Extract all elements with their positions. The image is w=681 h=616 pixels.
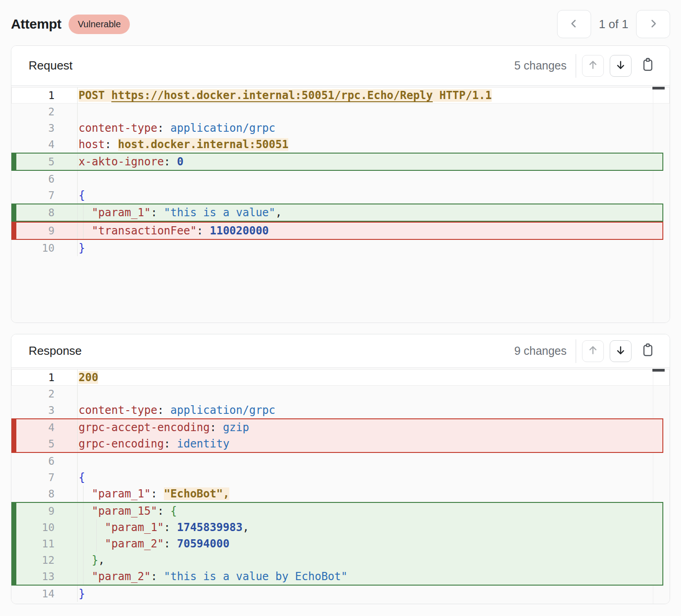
- line-content: POST https://host.docker.internal:50051/…: [77, 87, 670, 104]
- line-content: "param_1": "this is a value",: [77, 204, 662, 221]
- code-line-12: 12 },: [12, 552, 662, 568]
- code-line-4: 4host: host.docker.internal:50051: [11, 136, 670, 153]
- code-line-14: 14}: [11, 586, 670, 602]
- copy-request-button[interactable]: [639, 55, 657, 77]
- pager-label: 1 of 1: [599, 17, 628, 31]
- indent-guide: [96, 536, 97, 552]
- code-line-2: 2: [11, 386, 670, 402]
- response-title: Response: [29, 344, 82, 358]
- line-content: content-type: application/grpc: [77, 120, 670, 136]
- line-number: 1: [11, 87, 77, 104]
- code-line-3: 3content-type: application/grpc: [11, 402, 670, 418]
- line-number: 8: [11, 486, 77, 502]
- line-content: }: [77, 240, 670, 256]
- response-changes-count: 9 changes: [514, 344, 567, 358]
- page-title: Attempt: [11, 16, 61, 32]
- diff-added-block: 9 "param_15": {10 "param_1": 1745839983,…: [11, 502, 663, 586]
- attempt-pager: 1 of 1: [557, 10, 670, 38]
- line-content: },: [77, 552, 662, 568]
- code-line-13: 13 "param_2": "this is a value by EchoBo…: [12, 568, 662, 585]
- next-attempt-button[interactable]: [636, 10, 670, 38]
- line-number: 13: [12, 568, 77, 585]
- indent-guide: [83, 204, 84, 221]
- diff-removed-block: 4grpc-accept-encoding: gzip5grpc-encodin…: [11, 418, 663, 453]
- code-line-8: 8 "param_1": "this is a value",: [12, 204, 662, 221]
- line-number: 8: [12, 204, 77, 221]
- request-panel: Request 5 changes: [11, 45, 670, 323]
- response-panel: Response 9 changes: [11, 334, 670, 604]
- line-content: [77, 171, 670, 187]
- line-content: "param_1": "EchoBot",: [77, 486, 670, 502]
- divider: [576, 339, 576, 363]
- code-line-2: 2: [11, 104, 670, 120]
- attempt-page: Attempt Vulnerable 1 of 1 Request 5 chan…: [0, 0, 681, 616]
- code-line-5: 5x-akto-ignore: 0: [12, 154, 662, 170]
- diff-added-block: 8 "param_1": "this is a value",: [11, 204, 663, 222]
- line-number: 7: [11, 187, 77, 204]
- code-line-11: 11 "param_2": 70594000: [12, 536, 662, 552]
- code-line-7: 7{: [11, 469, 670, 486]
- line-content: [77, 453, 670, 469]
- chevron-right-icon: [647, 18, 659, 31]
- code-line-7: 7{: [11, 187, 670, 204]
- request-changes-count: 5 changes: [514, 59, 567, 72]
- arrow-up-icon: [587, 344, 599, 358]
- copy-response-button[interactable]: [639, 340, 657, 362]
- code-line-10: 10 "param_1": 1745839983,: [12, 519, 662, 536]
- arrow-down-icon: [615, 344, 627, 358]
- chevron-left-icon: [568, 18, 580, 31]
- line-number: 3: [11, 402, 77, 418]
- code-line-6: 6: [11, 171, 670, 187]
- line-content: grpc-accept-encoding: gzip: [77, 419, 662, 436]
- code-line-8: 8 "param_1": "EchoBot",: [11, 486, 670, 502]
- indent-guide: [83, 536, 84, 552]
- request-panel-header: Request 5 changes: [11, 46, 670, 86]
- line-content: "transactionFee": 110020000: [77, 223, 662, 239]
- request-code-editor[interactable]: 1POST https://host.docker.internal:50051…: [11, 86, 670, 323]
- line-content: x-akto-ignore: 0: [77, 154, 662, 170]
- attempt-header: Attempt Vulnerable 1 of 1: [11, 0, 670, 45]
- line-number: 9: [12, 223, 77, 239]
- response-panel-header: Response 9 changes: [11, 334, 670, 368]
- next-change-button[interactable]: [610, 55, 632, 77]
- line-number: 14: [11, 586, 77, 602]
- prev-change-button[interactable]: [582, 340, 604, 362]
- line-number: 2: [11, 104, 77, 120]
- line-number: 5: [12, 436, 77, 452]
- indent-guide: [96, 519, 97, 536]
- prev-attempt-button[interactable]: [557, 10, 591, 38]
- line-number: 11: [12, 536, 77, 552]
- line-number: 5: [12, 154, 77, 170]
- line-number: 1: [11, 369, 77, 386]
- prev-change-button[interactable]: [582, 55, 604, 77]
- arrow-up-icon: [587, 59, 599, 72]
- line-number: 6: [11, 453, 77, 469]
- line-number: 9: [12, 503, 77, 519]
- line-number: 2: [11, 386, 77, 402]
- response-code-editor[interactable]: 120023content-type: application/grpc4grp…: [11, 368, 670, 604]
- indent-guide: [83, 223, 84, 239]
- code-line-1: 1200: [11, 369, 670, 386]
- indent-guide: [83, 568, 84, 585]
- diff-removed-block: 9 "transactionFee": 110020000: [11, 222, 663, 240]
- line-number: 4: [11, 136, 77, 153]
- line-content: {: [77, 187, 670, 204]
- line-number: 3: [11, 120, 77, 136]
- diff-added-block: 5x-akto-ignore: 0: [11, 153, 663, 171]
- line-content: content-type: application/grpc: [77, 402, 670, 418]
- line-number: 7: [11, 469, 77, 486]
- line-number: 10: [11, 240, 77, 256]
- line-content: host: host.docker.internal:50051: [77, 136, 670, 153]
- line-content: "param_2": 70594000: [77, 536, 662, 552]
- next-change-button[interactable]: [610, 340, 632, 362]
- indent-guide: [83, 486, 84, 502]
- line-content: [77, 386, 670, 402]
- line-content: "param_15": {: [77, 503, 662, 519]
- line-number: 12: [12, 552, 77, 568]
- divider: [576, 54, 576, 78]
- request-tools: 5 changes: [514, 54, 657, 78]
- line-content: {: [77, 469, 670, 486]
- code-line-10: 10}: [11, 240, 670, 256]
- line-number: 10: [12, 519, 77, 536]
- clipboard-icon: [641, 58, 655, 74]
